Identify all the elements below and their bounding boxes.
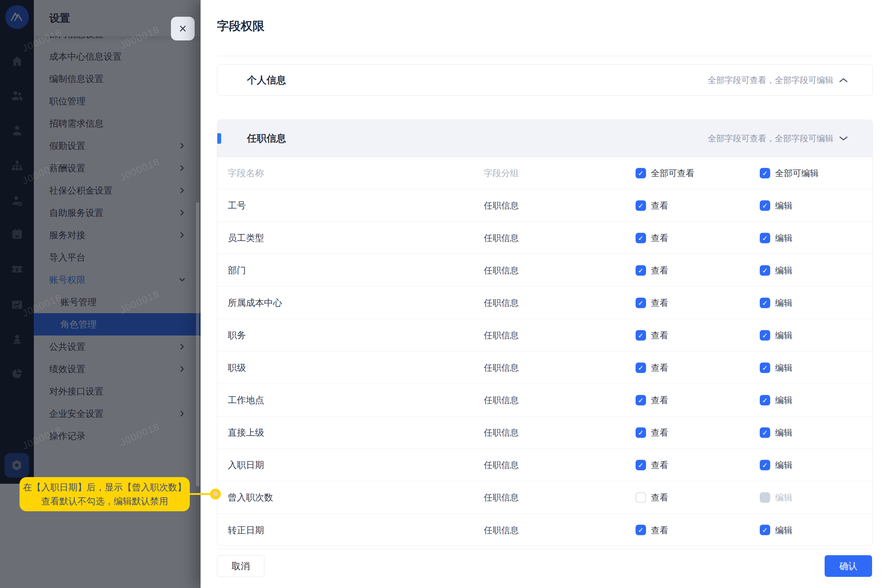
section-summary-text: 全部字段可查看，全部字段可编辑 — [708, 75, 833, 86]
field-group: 任职信息 — [484, 362, 519, 373]
edit-all-checkbox[interactable]: ✓ — [760, 168, 770, 178]
field-group: 任职信息 — [484, 459, 519, 471]
field-name: 部门 — [228, 264, 246, 277]
field-group: 任职信息 — [484, 427, 519, 438]
view-label: 查看 — [651, 394, 668, 406]
drawer-scrollbar[interactable] — [196, 202, 199, 487]
field-group: 任职信息 — [484, 394, 519, 406]
field-name: 工作地点 — [228, 394, 264, 406]
edit-all-label: 全部可编辑 — [775, 167, 819, 179]
field-name: 职务 — [228, 329, 246, 341]
edit-checkbox[interactable]: ✓ — [760, 200, 770, 211]
edit-checkbox[interactable]: ✓ — [760, 362, 770, 373]
field-name: 直接上级 — [228, 427, 264, 439]
field-row: 职级任职信息✓查看✓编辑 — [217, 352, 872, 384]
view-checkbox[interactable]: ✓ — [636, 525, 646, 535]
edit-checkbox[interactable]: ✓ — [760, 460, 770, 470]
view-label: 查看 — [651, 265, 668, 276]
close-drawer-button[interactable]: × — [171, 17, 195, 41]
field-row: 入职日期任职信息✓查看✓编辑 — [217, 449, 872, 481]
view-label: 查看 — [651, 362, 668, 373]
confirm-button[interactable]: 确认 — [825, 555, 872, 577]
edit-checkbox[interactable]: ✓ — [760, 330, 770, 340]
view-checkbox[interactable]: ✓ — [636, 395, 646, 405]
tooltip-marker-dot — [210, 489, 221, 499]
view-label: 查看 — [651, 524, 668, 536]
field-group: 任职信息 — [484, 265, 519, 276]
edit-label: 编辑 — [775, 200, 792, 211]
column-header-field-group: 字段分组 — [484, 167, 519, 179]
chevron-up-icon — [839, 77, 848, 83]
annotation-tooltip: 在【入职日期】后，显示【曾入职次数】 查看默认不勾选，编辑默认禁用 — [20, 477, 190, 511]
field-row: 直接上级任职信息✓查看✓编辑 — [217, 417, 872, 449]
chevron-down-icon — [839, 136, 848, 141]
screen: ¥ 部门信息设置成本中心信息设置编制信息设置职位管理招聘需求信息假勤设置 薪酬设… — [0, 0, 893, 588]
section-title: 个人信息 — [247, 74, 286, 87]
view-all-checkbox[interactable]: ✓ — [636, 168, 646, 178]
edit-checkbox[interactable]: ✓ — [760, 395, 770, 405]
field-row: 转正日期任职信息✓查看✓编辑 — [217, 514, 872, 546]
edit-checkbox[interactable]: ✓ — [760, 427, 770, 438]
field-name: 所属成本中心 — [228, 297, 282, 309]
modal-title: 字段权限 — [217, 18, 265, 34]
view-label: 查看 — [651, 427, 668, 438]
field-row: 工作地点任职信息✓查看✓编辑 — [217, 384, 872, 417]
field-row: 所属成本中心任职信息✓查看✓编辑 — [217, 287, 872, 319]
view-checkbox[interactable] — [636, 492, 646, 502]
section-summary-toggle[interactable]: 全部字段可查看，全部字段可编辑 — [708, 75, 848, 86]
field-group: 任职信息 — [484, 200, 519, 211]
tooltip-line-1: 在【入职日期】后，显示【曾入职次数】 — [23, 480, 186, 494]
section-summary-toggle[interactable]: 全部字段可查看，全部字段可编辑 — [708, 133, 848, 144]
view-checkbox[interactable]: ✓ — [636, 330, 646, 340]
view-checkbox[interactable]: ✓ — [636, 265, 646, 275]
view-checkbox[interactable]: ✓ — [636, 200, 646, 211]
edit-checkbox[interactable]: ✓ — [760, 265, 770, 275]
view-checkbox[interactable]: ✓ — [636, 233, 646, 243]
tooltip-line-2: 查看默认不勾选，编辑默认禁用 — [41, 494, 168, 508]
field-name: 入职日期 — [228, 459, 264, 471]
tooltip-connector-line — [189, 493, 211, 495]
edit-label: 编辑 — [775, 492, 792, 503]
column-header-field-name: 字段名称 — [228, 167, 264, 179]
field-group: 任职信息 — [484, 329, 519, 341]
field-name: 职级 — [228, 362, 246, 374]
edit-checkbox[interactable]: ✓ — [760, 233, 770, 243]
edit-label: 编辑 — [775, 232, 792, 244]
view-checkbox[interactable]: ✓ — [636, 362, 646, 373]
edit-label: 编辑 — [775, 524, 792, 536]
cancel-button[interactable]: 取消 — [217, 555, 265, 577]
view-all-label: 全部可查看 — [651, 167, 695, 179]
footer-divider — [217, 549, 873, 549]
section-title: 任职信息 — [247, 132, 286, 145]
field-row: 部门任职信息✓查看✓编辑 — [217, 254, 872, 287]
edit-checkbox[interactable]: ✓ — [760, 298, 770, 308]
field-row: 员工类型任职信息✓查看✓编辑 — [217, 222, 872, 254]
drag-handle-tag — [217, 133, 221, 144]
field-row: 职务任职信息✓查看✓编辑 — [217, 319, 872, 352]
field-table-body: 工号任职信息✓查看✓编辑员工类型任职信息✓查看✓编辑部门任职信息✓查看✓编辑所属… — [217, 189, 872, 546]
field-group: 任职信息 — [484, 524, 519, 536]
field-group: 任职信息 — [484, 297, 519, 309]
view-label: 查看 — [651, 329, 668, 341]
edit-label: 编辑 — [775, 265, 792, 276]
view-label: 查看 — [651, 232, 668, 244]
edit-label: 编辑 — [775, 394, 792, 406]
view-checkbox[interactable]: ✓ — [636, 298, 646, 308]
edit-label: 编辑 — [775, 329, 792, 341]
edit-label: 编辑 — [775, 459, 792, 471]
section-summary-text: 全部字段可查看，全部字段可编辑 — [708, 133, 833, 144]
section-header: 任职信息 全部字段可查看，全部字段可编辑 — [217, 120, 872, 157]
view-checkbox[interactable]: ✓ — [636, 427, 646, 438]
view-checkbox[interactable]: ✓ — [636, 460, 646, 470]
field-name: 转正日期 — [228, 524, 264, 536]
field-row: 曾入职次数任职信息查看编辑 — [217, 481, 872, 514]
field-group: 任职信息 — [484, 232, 519, 244]
field-permission-modal: 字段权限 个人信息 全部字段可查看，全部字段可编辑 任职信息 全部字段可查看，全… — [201, 0, 893, 588]
field-name: 曾入职次数 — [228, 492, 273, 504]
edit-checkbox — [760, 492, 770, 502]
edit-checkbox[interactable]: ✓ — [760, 525, 770, 535]
edit-label: 编辑 — [775, 427, 792, 438]
field-name: 工号 — [228, 200, 246, 212]
field-name: 员工类型 — [228, 232, 264, 244]
view-label: 查看 — [651, 459, 668, 471]
